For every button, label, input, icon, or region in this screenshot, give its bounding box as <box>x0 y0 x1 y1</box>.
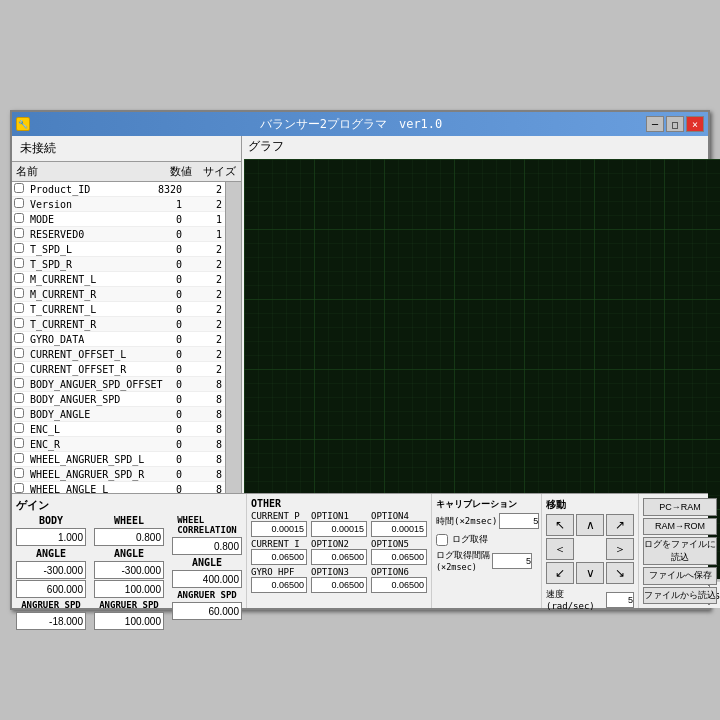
list-item-size: 2 <box>186 289 224 300</box>
title-bar: 🔧 バランサー2プログラマ ver1.0 ─ □ × <box>12 112 708 136</box>
gain-corr-angle-input[interactable] <box>172 570 242 588</box>
list-item-size: 8 <box>186 469 224 480</box>
list-item-name: GYRO_DATA <box>30 334 140 345</box>
list-item-val: 8320 <box>140 184 186 195</box>
gain-corr-spd-input[interactable] <box>172 602 242 620</box>
gain-wheel-input[interactable] <box>94 528 164 546</box>
list-item: T_CURRENT_R 0 2 <box>12 317 225 332</box>
calibration-panel: キャリブレーション 時間(×2msec) ログ取得 ログ取得間隔(×2msec) <box>431 494 541 608</box>
gain-corr-input[interactable] <box>172 537 242 555</box>
move-right-button[interactable]: ＞ <box>606 538 634 560</box>
gain-wheel-angle-max-input[interactable] <box>94 580 164 598</box>
maximize-button[interactable]: □ <box>666 116 684 132</box>
list-item-size: 1 <box>186 214 224 225</box>
move-up-button[interactable]: ∧ <box>576 514 604 536</box>
bottom-section: ゲイン BODY ANGLE ANGRUER SPD WHEEL ANGLE <box>12 493 708 608</box>
list-item-checkbox[interactable] <box>14 258 24 268</box>
list-item: CURRENT_OFFSET_R 0 2 <box>12 362 225 377</box>
list-item-size: 2 <box>186 364 224 375</box>
calibration-time-input[interactable] <box>499 513 539 529</box>
list-item-checkbox[interactable] <box>14 333 24 343</box>
log-interval-input[interactable] <box>492 553 532 569</box>
minimize-button[interactable]: ─ <box>646 116 664 132</box>
list-item: T_SPD_L 0 2 <box>12 242 225 257</box>
list-item-checkbox[interactable] <box>14 393 24 403</box>
list-item-size: 8 <box>186 409 224 420</box>
list-item-checkbox[interactable] <box>14 423 24 433</box>
list-item: WHEEL_ANGRUER_SPD_R 0 8 <box>12 467 225 482</box>
move-ul-button[interactable]: ↖ <box>546 514 574 536</box>
gyro-hpf-input[interactable] <box>251 577 307 593</box>
list-item: MODE 0 1 <box>12 212 225 227</box>
list-item-checkbox[interactable] <box>14 378 24 388</box>
pc-ram-button[interactable]: PC→RAM <box>643 498 717 516</box>
option1-label: OPTION1 <box>311 511 349 521</box>
list-item-size: 8 <box>186 439 224 450</box>
list-item-checkbox[interactable] <box>14 303 24 313</box>
option1-input[interactable] <box>311 521 367 537</box>
close-button[interactable]: × <box>686 116 704 132</box>
current-p-label: CURRENT P <box>251 511 300 521</box>
other-row1: CURRENT P OPTION1 OPTION4 <box>251 511 427 537</box>
current-i-input[interactable] <box>251 549 307 565</box>
list-item-checkbox[interactable] <box>14 228 24 238</box>
gain-body-angle-max-input[interactable] <box>16 580 86 598</box>
list-item-checkbox[interactable] <box>14 243 24 253</box>
list-item-size: 8 <box>186 394 224 405</box>
option5-label: OPTION5 <box>371 539 409 549</box>
move-left-button[interactable]: ＜ <box>546 538 574 560</box>
gyro-hpf-label: GYRO HPF <box>251 567 294 577</box>
list-item-checkbox[interactable] <box>14 318 24 328</box>
list-item-checkbox[interactable] <box>14 483 24 493</box>
option2-group: OPTION2 <box>311 539 367 565</box>
option3-input[interactable] <box>311 577 367 593</box>
col-size: サイズ <box>196 164 236 179</box>
list-item-checkbox[interactable] <box>14 468 24 478</box>
option2-input[interactable] <box>311 549 367 565</box>
list-item-checkbox[interactable] <box>14 213 24 223</box>
list-item-name: Product_ID <box>30 184 140 195</box>
list-item-checkbox[interactable] <box>14 273 24 283</box>
gain-body-angle-min-input[interactable] <box>16 561 86 579</box>
list-item-checkbox[interactable] <box>14 438 24 448</box>
list-item-name: CURRENT_OFFSET_R <box>30 364 140 375</box>
option4-input[interactable] <box>371 521 427 537</box>
speed-input[interactable] <box>606 592 634 608</box>
list-item-name: ENC_R <box>30 439 140 450</box>
list-item-checkbox[interactable] <box>14 183 24 193</box>
other-panel: OTHER CURRENT P OPTION1 OPTION4 CURRENT … <box>246 494 431 608</box>
list-item-checkbox[interactable] <box>14 348 24 358</box>
list-item: Product_ID 8320 2 <box>12 182 225 197</box>
move-down-button[interactable]: ∨ <box>576 562 604 584</box>
log-to-file-button[interactable]: ログをファイルに読込 <box>643 537 717 565</box>
list-item-size: 8 <box>186 424 224 435</box>
list-item-checkbox[interactable] <box>14 198 24 208</box>
list-item-name: T_SPD_L <box>30 244 140 255</box>
option6-input[interactable] <box>371 577 427 593</box>
list-item-checkbox[interactable] <box>14 363 24 373</box>
list-item: ENC_R 0 8 <box>12 437 225 452</box>
option5-input[interactable] <box>371 549 427 565</box>
list-item-checkbox[interactable] <box>14 288 24 298</box>
gain-wheel-angle-min-input[interactable] <box>94 561 164 579</box>
option6-group: OPTION6 <box>371 567 427 593</box>
gain-body-input[interactable] <box>16 528 86 546</box>
list-item-name: Version <box>30 199 140 210</box>
move-dr-button[interactable]: ↘ <box>606 562 634 584</box>
gain-body-spd-input[interactable] <box>16 612 86 630</box>
load-file-button[interactable]: ファイルから読込 <box>643 587 717 605</box>
list-item: CURRENT_OFFSET_L 0 2 <box>12 347 225 362</box>
move-ur-button[interactable]: ↗ <box>606 514 634 536</box>
log-get-checkbox[interactable] <box>436 534 448 546</box>
list-item-val: 0 <box>140 454 186 465</box>
list-item-val: 0 <box>140 214 186 225</box>
list-item-checkbox[interactable] <box>14 453 24 463</box>
move-dl-button[interactable]: ↙ <box>546 562 574 584</box>
list-item: Version 1 2 <box>12 197 225 212</box>
ram-rom-button[interactable]: RAM→ROM <box>643 518 717 536</box>
current-p-input[interactable] <box>251 521 307 537</box>
save-file-button[interactable]: ファイルへ保存 <box>643 567 717 585</box>
list-item-checkbox[interactable] <box>14 408 24 418</box>
gain-wheel-spd-input[interactable] <box>94 612 164 630</box>
list-item-name: MODE <box>30 214 140 225</box>
